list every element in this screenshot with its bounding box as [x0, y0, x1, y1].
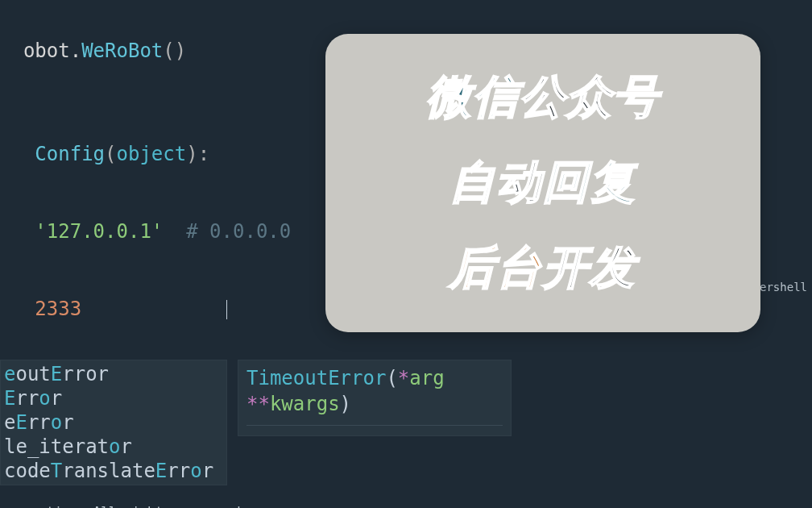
code-token: object: [117, 143, 187, 165]
code-token: Config: [23, 143, 105, 165]
code-token: (: [105, 143, 116, 165]
autocomplete-detail: TimeoutError(*arg **kwargs): [238, 360, 512, 436]
autocomplete-item[interactable]: eoutError: [1, 362, 226, 386]
autocomplete-list[interactable]: eoutError Error eError le_iterator codeT…: [0, 360, 227, 485]
overlay-line-2: 自动回复: [450, 152, 636, 214]
title-overlay-card: 微信公众号 自动回复 后台开发: [325, 34, 760, 332]
autocomplete-item[interactable]: codeTranslateError: [1, 459, 226, 483]
text-cursor: [226, 300, 227, 319]
code-token: WeRoBot: [81, 40, 163, 62]
code-token: (): [163, 40, 186, 62]
autocomplete-popup: eoutError Error eError le_iterator codeT…: [0, 360, 812, 485]
autocomplete-item[interactable]: eError: [1, 410, 226, 435]
code-token: .: [70, 40, 81, 62]
autocomplete-item[interactable]: Error: [1, 386, 226, 410]
code-token: obot: [23, 40, 70, 62]
detail-fn: TimeoutError: [246, 367, 386, 389]
overlay-line-1: 微信公众号: [426, 67, 660, 128]
code-token: # 0.0.0.0: [163, 220, 291, 243]
code-token: 2333: [23, 298, 81, 320]
detail-divider: [246, 425, 503, 426]
code-token: ):: [186, 143, 209, 165]
code-token: '127.0.0.1': [23, 220, 163, 243]
terminal-panel[interactable]: orporation. All rights reserved. m Power…: [0, 500, 812, 508]
terminal-line: orporation. All rights reserved.: [0, 503, 812, 508]
overlay-line-3: 后台开发: [450, 238, 636, 299]
autocomplete-item[interactable]: le_iterator: [1, 435, 226, 459]
